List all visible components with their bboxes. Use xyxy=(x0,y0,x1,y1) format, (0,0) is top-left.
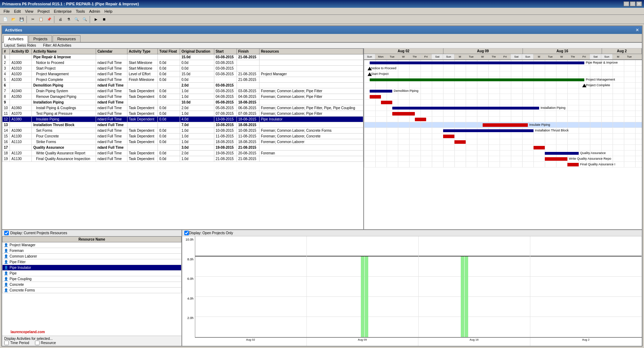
zoom-out-btn[interactable]: 🔍 xyxy=(81,16,89,23)
gantt-grid-line xyxy=(624,105,624,111)
gantt-grid-line xyxy=(533,117,534,122)
gantt-day-cell: Fri xyxy=(500,54,511,59)
gantt-grid-line xyxy=(545,134,545,139)
table-row[interactable]: 5A1030Project Completendard Full TimeFin… xyxy=(2,77,363,83)
new-btn[interactable]: 📄 xyxy=(1,16,9,23)
table-row[interactable]: 17Quality Assurancendard Full Time3.0d19… xyxy=(2,145,363,151)
table-row[interactable]: 15A1100Pour Concretendard Full TimeTask … xyxy=(2,134,363,139)
chart-limit-line xyxy=(307,256,418,256)
table-row[interactable]: 9Installation Pipingndard Full Time10.0d… xyxy=(2,100,363,105)
table-row[interactable]: 14A1090Set Formsndard Full TimeTask Depe… xyxy=(2,128,363,134)
table-row[interactable]: 13Installation Thrust Blockndard Full Ti… xyxy=(2,122,363,128)
menu-view[interactable]: View xyxy=(23,8,36,14)
gantt-grid-line xyxy=(579,139,579,144)
cut-btn[interactable]: ✂ xyxy=(29,16,37,23)
gantt-grid-line xyxy=(545,100,545,105)
gantt-grid-line xyxy=(601,134,602,139)
gantt-grid-line xyxy=(601,100,602,105)
panel-close-btn[interactable]: ✕ xyxy=(636,28,639,33)
resource-table-row[interactable]: 👤Pipe Insulator xyxy=(2,265,181,271)
close-btn[interactable]: ✕ xyxy=(636,1,642,6)
gantt-grid-line xyxy=(579,128,579,133)
menu-edit[interactable]: Edit xyxy=(12,8,23,14)
chart-display-checkbox[interactable] xyxy=(184,231,189,235)
filter-btn[interactable]: ⚗ xyxy=(65,16,72,23)
gantt-grid-line xyxy=(500,100,500,105)
gantt-grid-line xyxy=(624,151,624,156)
resource-table-row[interactable]: 👤Pipe Fitter xyxy=(2,259,181,265)
menu-admin[interactable]: Admin xyxy=(87,8,102,14)
table-row[interactable]: 12A1080Insulate Pipingndard Full TimeTas… xyxy=(2,117,363,122)
resource-display-checkbox[interactable] xyxy=(4,231,9,235)
save-btn[interactable]: 💾 xyxy=(18,16,25,23)
gantt-grid-line xyxy=(375,139,376,144)
table-row[interactable]: 11A1070Test Piping at Pressurendard Full… xyxy=(2,111,363,117)
zoom-in-btn[interactable]: 🔍 xyxy=(73,16,80,23)
table-row[interactable]: 8A1050Remove Damaged Pipingndard Full Ti… xyxy=(2,94,363,100)
table-row[interactable]: 2A1000Notice to Proceedndard Full TimeSt… xyxy=(2,60,363,66)
gantt-grid-line xyxy=(488,83,489,88)
resource-table-row[interactable]: 👤Concrete Forms xyxy=(2,288,181,293)
gantt-grid-line xyxy=(556,111,556,116)
tab-activities[interactable]: Activities xyxy=(4,35,28,43)
menu-help[interactable]: Help xyxy=(102,8,115,14)
gantt-grid-line xyxy=(522,162,523,167)
gantt-day-row: SunMonTueWThrFriSatSunMTueWThrFriSatSunM… xyxy=(364,54,642,60)
gantt-grid-line xyxy=(635,100,636,105)
chart-week-group xyxy=(195,236,307,337)
chart-bar xyxy=(361,256,364,337)
gantt-grid-line xyxy=(635,77,636,82)
table-row[interactable]: 4A1020Project Managementndard Full TimeL… xyxy=(2,71,363,77)
paste-btn[interactable]: 📌 xyxy=(45,16,53,23)
gantt-grid-line xyxy=(635,111,636,116)
gantt-grid-line xyxy=(466,66,466,71)
maximize-btn[interactable]: □ xyxy=(630,1,636,6)
tab-resources[interactable]: Resources xyxy=(53,35,80,42)
resource-icon: 👤 xyxy=(4,283,8,287)
gantt-grid-line xyxy=(613,156,613,161)
gantt-grid-line xyxy=(409,145,410,150)
gantt-grid-line xyxy=(477,145,477,150)
menu-project[interactable]: Project xyxy=(35,8,52,14)
open-btn[interactable]: 📂 xyxy=(10,16,17,23)
gantt-grid-line xyxy=(624,162,624,167)
tab-projects[interactable]: Projects xyxy=(29,35,52,42)
print-btn[interactable]: 🖨 xyxy=(56,16,64,23)
resource-table-row[interactable]: 👤Pipe xyxy=(2,271,181,276)
run-btn[interactable]: ▶ xyxy=(92,16,100,23)
copy-btn[interactable]: 📋 xyxy=(37,16,45,23)
window-controls[interactable]: — □ ✕ xyxy=(624,1,642,6)
stop-btn[interactable]: ⏹ xyxy=(100,16,108,23)
resource-checkbox[interactable] xyxy=(35,341,40,345)
resource-table-row[interactable]: 👤Pipe Coupling xyxy=(2,276,181,282)
resource-table-row[interactable]: 👤Common Laborer xyxy=(2,254,181,259)
table-row[interactable]: 3A1010Start Projectndard Full TimeStart … xyxy=(2,66,363,71)
table-row[interactable]: 19A1130Final Quality Assurance Inspectio… xyxy=(2,156,363,162)
resource-table-row[interactable]: 👤Foreman xyxy=(2,248,181,254)
gantt-row: Pipe Repair & Improve xyxy=(364,60,642,66)
time-period-checkbox[interactable] xyxy=(4,341,9,345)
gantt-grid-line xyxy=(387,105,387,111)
table-row[interactable]: 16A1110Strike Formsndard Full TimeTask D… xyxy=(2,139,363,145)
resource-table-row[interactable]: 👤Project Manager xyxy=(2,242,181,248)
menu-enterprise[interactable]: Enterprise xyxy=(52,8,74,14)
menu-tools[interactable]: Tools xyxy=(74,8,87,14)
resource-table-row[interactable]: 👤Concrete xyxy=(2,282,181,288)
gantt-grid-line xyxy=(624,88,624,94)
table-row[interactable]: 1Pipe Repair & Improve15.0d03-08-201521-… xyxy=(2,54,363,60)
gantt-day-cell: Sun xyxy=(522,54,533,59)
table-row[interactable]: 18A1120Write Quality Assurance Reportnda… xyxy=(2,151,363,156)
gantt-grid-line xyxy=(533,151,534,156)
gantt-month-aug02: Aug 02 xyxy=(364,48,443,54)
gantt-grid-line xyxy=(579,88,579,94)
gantt-grid-line xyxy=(375,105,376,111)
minimize-btn[interactable]: — xyxy=(624,1,629,6)
gantt-grid-line xyxy=(545,83,545,88)
sep2 xyxy=(54,16,55,23)
chart-panel-label: Display: Open Projects Only xyxy=(189,231,233,235)
gantt-row xyxy=(364,100,642,105)
table-row[interactable]: 7A1040Drain Piping Systemndard Full Time… xyxy=(2,88,363,94)
table-row[interactable]: 6Demolition Pipingndard Full Time2.0d03-… xyxy=(2,83,363,88)
menu-file[interactable]: File xyxy=(1,8,12,14)
table-row[interactable]: 10A1060Install Piping & Couplingsndard F… xyxy=(2,105,363,111)
